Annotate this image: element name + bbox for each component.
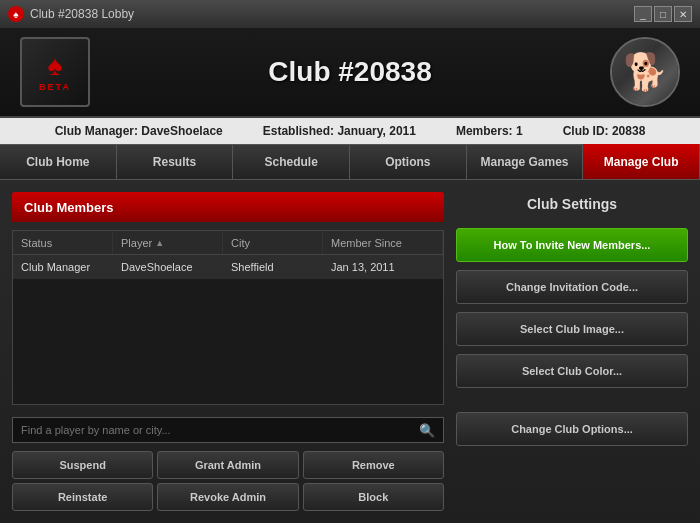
title-bar-left: ♠ Club #20838 Lobby — [8, 6, 134, 22]
left-panel: Club Members Status Player ▲ City Member… — [12, 192, 444, 511]
tab-manage-club[interactable]: Manage Club — [583, 144, 700, 179]
cell-player: DaveShoelace — [113, 255, 223, 279]
cell-status: Club Manager — [13, 255, 113, 279]
club-members-title: Club Members — [24, 200, 114, 215]
col-city: City — [223, 231, 323, 254]
col-member-since: Member Since — [323, 231, 443, 254]
nav-tabs: Club Home Results Schedule Options Manag… — [0, 144, 700, 180]
club-id-info: Club ID: 20838 — [563, 124, 646, 138]
logo: ♠ BETA — [20, 37, 90, 107]
select-club-image-button[interactable]: Select Club Image... — [456, 312, 688, 346]
invite-members-button[interactable]: How To Invite New Members... — [456, 228, 688, 262]
search-input[interactable] — [21, 424, 415, 436]
select-club-color-button[interactable]: Select Club Color... — [456, 354, 688, 388]
title-bar: ♠ Club #20838 Lobby _ □ ✕ — [0, 0, 700, 28]
title-bar-text: Club #20838 Lobby — [30, 7, 134, 21]
table-row[interactable]: Club Manager DaveShoelace Sheffield Jan … — [13, 255, 443, 279]
title-bar-controls: _ □ ✕ — [634, 6, 692, 22]
club-title: Club #20838 — [90, 56, 610, 88]
table-empty-space — [13, 279, 443, 399]
established-info: Established: January, 2011 — [263, 124, 416, 138]
tab-manage-games[interactable]: Manage Games — [467, 144, 584, 179]
action-buttons: Suspend Grant Admin Remove Reinstate Rev… — [12, 451, 444, 511]
maximize-button[interactable]: □ — [654, 6, 672, 22]
search-icon: 🔍 — [419, 423, 435, 438]
revoke-admin-button[interactable]: Revoke Admin — [157, 483, 298, 511]
tab-results[interactable]: Results — [117, 144, 234, 179]
close-button[interactable]: ✕ — [674, 6, 692, 22]
col-status: Status — [13, 231, 113, 254]
club-members-header: Club Members — [12, 192, 444, 222]
button-row-2: Reinstate Revoke Admin Block — [12, 483, 444, 511]
manager-info: Club Manager: DaveShoelace — [55, 124, 223, 138]
spade-icon: ♠ — [48, 52, 63, 80]
block-button[interactable]: Block — [303, 483, 444, 511]
cell-city: Sheffield — [223, 255, 323, 279]
sort-arrow-icon: ▲ — [155, 238, 164, 248]
col-player: Player ▲ — [113, 231, 223, 254]
avatar — [610, 37, 680, 107]
club-settings-title: Club Settings — [456, 192, 688, 220]
remove-button[interactable]: Remove — [303, 451, 444, 479]
header: ♠ BETA Club #20838 — [0, 28, 700, 118]
tab-options[interactable]: Options — [350, 144, 467, 179]
members-table: Status Player ▲ City Member Since Club M… — [12, 230, 444, 405]
spacer — [456, 396, 688, 404]
button-row-1: Suspend Grant Admin Remove — [12, 451, 444, 479]
change-invitation-code-button[interactable]: Change Invitation Code... — [456, 270, 688, 304]
minimize-button[interactable]: _ — [634, 6, 652, 22]
members-info: Members: 1 — [456, 124, 523, 138]
content-area: Club Members Status Player ▲ City Member… — [0, 180, 700, 523]
tab-schedule[interactable]: Schedule — [233, 144, 350, 179]
change-club-options-button[interactable]: Change Club Options... — [456, 412, 688, 446]
beta-label: BETA — [39, 82, 71, 92]
avatar-image — [612, 37, 678, 107]
tab-club-home[interactable]: Club Home — [0, 144, 117, 179]
right-panel: Club Settings How To Invite New Members.… — [456, 192, 688, 511]
table-header: Status Player ▲ City Member Since — [13, 231, 443, 255]
info-bar: Club Manager: DaveShoelace Established: … — [0, 118, 700, 144]
search-bar[interactable]: 🔍 — [12, 417, 444, 443]
reinstate-button[interactable]: Reinstate — [12, 483, 153, 511]
suspend-button[interactable]: Suspend — [12, 451, 153, 479]
app-icon: ♠ — [8, 6, 24, 22]
cell-member-since: Jan 13, 2011 — [323, 255, 443, 279]
grant-admin-button[interactable]: Grant Admin — [157, 451, 298, 479]
